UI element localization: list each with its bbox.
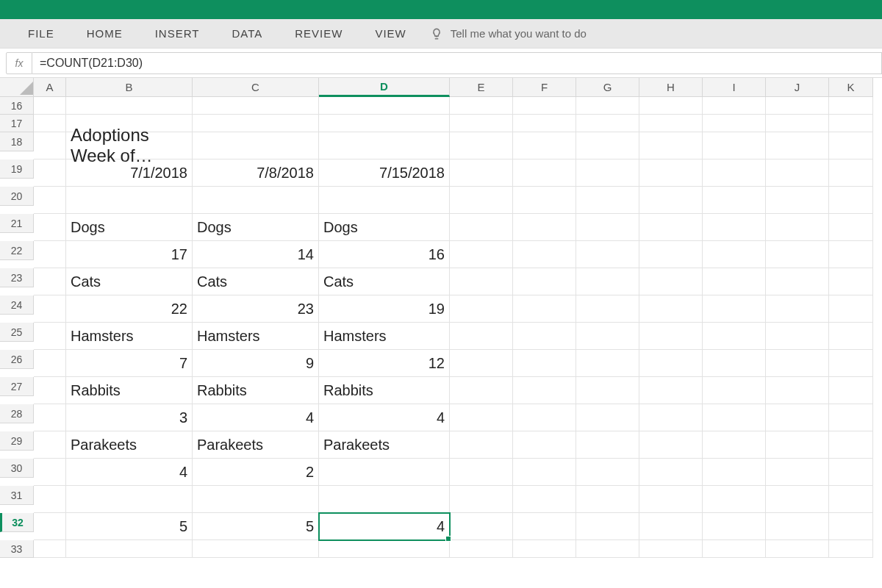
cell-D29[interactable]: Parakeets xyxy=(319,431,450,459)
cell-I17[interactable] xyxy=(703,115,766,132)
row-header-32[interactable]: 32 xyxy=(0,513,34,532)
cell-I27[interactable] xyxy=(703,377,766,404)
cell-E17[interactable] xyxy=(450,115,513,132)
cell-F16[interactable] xyxy=(513,97,576,115)
cell-I24[interactable] xyxy=(703,295,766,323)
cell-J30[interactable] xyxy=(766,459,829,486)
cell-H30[interactable] xyxy=(639,459,703,486)
cell-E27[interactable] xyxy=(450,377,513,404)
col-header-C[interactable]: C xyxy=(193,78,319,97)
col-header-H[interactable]: H xyxy=(639,78,703,97)
cell-D16[interactable] xyxy=(319,97,450,115)
cell-A27[interactable] xyxy=(34,377,66,404)
cell-A23[interactable] xyxy=(34,268,66,295)
cell-B21[interactable]: Dogs xyxy=(66,214,193,241)
tell-me-search[interactable]: Tell me what you want to do xyxy=(430,27,587,40)
cell-D32[interactable]: 4 xyxy=(319,513,450,540)
cell-E33[interactable] xyxy=(450,540,513,558)
cell-A16[interactable] xyxy=(34,97,66,115)
cell-J19[interactable] xyxy=(766,159,829,187)
cell-I25[interactable] xyxy=(703,323,766,350)
cell-A21[interactable] xyxy=(34,214,66,241)
col-header-B[interactable]: B xyxy=(66,78,193,97)
cell-F19[interactable] xyxy=(513,159,576,187)
row-header-19[interactable]: 19 xyxy=(0,159,34,179)
cell-A28[interactable] xyxy=(34,404,66,431)
cell-K29[interactable] xyxy=(829,431,873,459)
cell-E16[interactable] xyxy=(450,97,513,115)
row-header-22[interactable]: 22 xyxy=(0,241,34,260)
cell-D26[interactable]: 12 xyxy=(319,350,450,377)
cell-C30[interactable]: 2 xyxy=(193,459,319,486)
row-header-27[interactable]: 27 xyxy=(0,377,34,396)
cell-G26[interactable] xyxy=(576,350,639,377)
cell-B19[interactable]: 7/1/2018 xyxy=(66,159,193,187)
cell-K17[interactable] xyxy=(829,115,873,132)
cell-C20[interactable] xyxy=(193,187,319,214)
cell-G17[interactable] xyxy=(576,115,639,132)
cell-K27[interactable] xyxy=(829,377,873,404)
cell-F22[interactable] xyxy=(513,241,576,268)
cell-E21[interactable] xyxy=(450,214,513,241)
cell-A29[interactable] xyxy=(34,431,66,459)
cell-D33[interactable] xyxy=(319,540,450,558)
cell-D25[interactable]: Hamsters xyxy=(319,323,450,350)
col-header-A[interactable]: A xyxy=(34,78,66,97)
cell-E31[interactable] xyxy=(450,486,513,513)
cell-J22[interactable] xyxy=(766,241,829,268)
cell-C28[interactable]: 4 xyxy=(193,404,319,431)
cell-B24[interactable]: 22 xyxy=(66,295,193,323)
cell-F30[interactable] xyxy=(513,459,576,486)
cell-K26[interactable] xyxy=(829,350,873,377)
cell-G31[interactable] xyxy=(576,486,639,513)
cell-J33[interactable] xyxy=(766,540,829,558)
cell-G27[interactable] xyxy=(576,377,639,404)
cell-F17[interactable] xyxy=(513,115,576,132)
cell-E20[interactable] xyxy=(450,187,513,214)
cell-H31[interactable] xyxy=(639,486,703,513)
cell-J23[interactable] xyxy=(766,268,829,295)
cell-C24[interactable]: 23 xyxy=(193,295,319,323)
row-header-28[interactable]: 28 xyxy=(0,404,34,423)
row-header-30[interactable]: 30 xyxy=(0,459,34,478)
cell-C33[interactable] xyxy=(193,540,319,558)
cell-I28[interactable] xyxy=(703,404,766,431)
cell-D24[interactable]: 19 xyxy=(319,295,450,323)
cell-A31[interactable] xyxy=(34,486,66,513)
cell-G20[interactable] xyxy=(576,187,639,214)
cell-H18[interactable] xyxy=(639,132,703,159)
cell-A18[interactable] xyxy=(34,132,66,159)
cell-H26[interactable] xyxy=(639,350,703,377)
cell-C18[interactable] xyxy=(193,132,319,159)
cell-J32[interactable] xyxy=(766,513,829,540)
cell-K16[interactable] xyxy=(829,97,873,115)
cell-K28[interactable] xyxy=(829,404,873,431)
cell-K21[interactable] xyxy=(829,214,873,241)
cell-K23[interactable] xyxy=(829,268,873,295)
cell-I16[interactable] xyxy=(703,97,766,115)
cell-A26[interactable] xyxy=(34,350,66,377)
col-header-D[interactable]: D xyxy=(319,78,450,97)
cell-J31[interactable] xyxy=(766,486,829,513)
cell-I26[interactable] xyxy=(703,350,766,377)
cell-B26[interactable]: 7 xyxy=(66,350,193,377)
row-header-24[interactable]: 24 xyxy=(0,295,34,315)
row-header-26[interactable]: 26 xyxy=(0,350,34,369)
cell-G29[interactable] xyxy=(576,431,639,459)
tab-file[interactable]: FILE xyxy=(12,19,71,48)
row-header-33[interactable]: 33 xyxy=(0,540,34,558)
row-header-29[interactable]: 29 xyxy=(0,431,34,451)
cell-J24[interactable] xyxy=(766,295,829,323)
cell-F23[interactable] xyxy=(513,268,576,295)
cell-G24[interactable] xyxy=(576,295,639,323)
cell-C32[interactable]: 5 xyxy=(193,513,319,540)
select-all-corner[interactable] xyxy=(0,78,34,97)
cell-A25[interactable] xyxy=(34,323,66,350)
cell-I18[interactable] xyxy=(703,132,766,159)
row-header-17[interactable]: 17 xyxy=(0,115,34,132)
cell-F29[interactable] xyxy=(513,431,576,459)
cell-K19[interactable] xyxy=(829,159,873,187)
cell-F32[interactable] xyxy=(513,513,576,540)
cell-E24[interactable] xyxy=(450,295,513,323)
row-header-31[interactable]: 31 xyxy=(0,486,34,505)
